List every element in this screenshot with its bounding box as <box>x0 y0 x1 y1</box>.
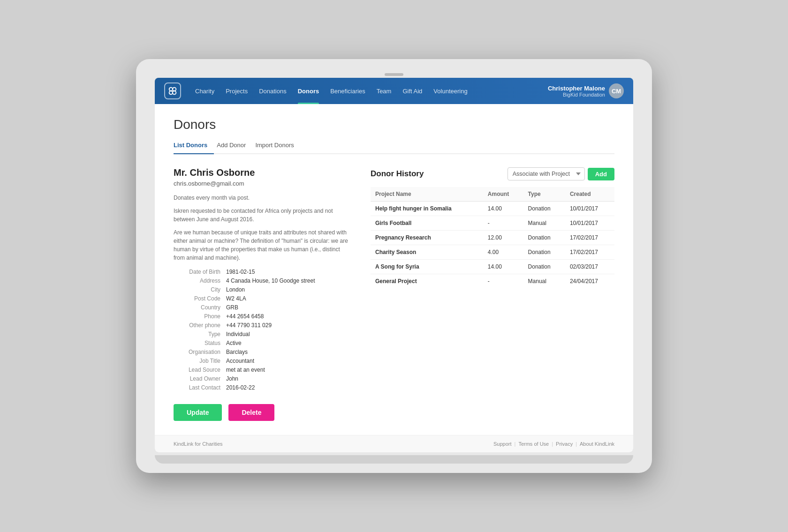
footer: KindLink for Charities Support|Terms of … <box>155 435 633 452</box>
field-value-lead-owner: John <box>226 375 352 382</box>
field-label-country: Country <box>174 304 220 311</box>
history-header: Donor History Associate with Project Add <box>371 167 614 180</box>
field-value-organisation: Barclays <box>226 349 352 355</box>
nav-link-donors[interactable]: Donors <box>292 78 325 104</box>
field-value-type: Individual <box>226 331 352 337</box>
donor-note: Donates every month via post. <box>174 194 352 202</box>
field-label-city: City <box>174 286 220 293</box>
field-label-lead-owner: Lead Owner <box>174 375 220 382</box>
created-cell: 02/03/2017 <box>565 260 614 274</box>
project-name-cell: A Song for Syria <box>371 260 483 274</box>
amount-cell: - <box>483 274 523 289</box>
sub-nav-import-donors[interactable]: Import Donors <box>255 139 300 153</box>
col-header-type: Type <box>523 187 565 202</box>
table-row: General Project-Manual24/04/2017 <box>371 274 614 289</box>
page-title: Donors <box>174 117 614 132</box>
nav-link-projects[interactable]: Projects <box>220 78 253 104</box>
table-row: Girls Football-Manual10/01/2017 <box>371 216 614 231</box>
donor-note: Are we human because of unique traits an… <box>174 228 352 262</box>
history-title: Donor History <box>371 169 424 179</box>
nav-link-beneficiaries[interactable]: Beneficiaries <box>325 78 371 104</box>
table-row: Pregnancy Research12.00Donation17/02/201… <box>371 231 614 245</box>
type-cell: Donation <box>523 260 565 274</box>
field-value-phone: +44 2654 6458 <box>226 313 352 320</box>
field-label-date-of-birth: Date of Birth <box>174 269 220 275</box>
field-label-status: Status <box>174 340 220 346</box>
user-org: BigKid Foundation <box>548 92 605 97</box>
nav-link-charity[interactable]: Charity <box>189 78 220 104</box>
field-value-date-of-birth: 1981-02-15 <box>226 269 352 275</box>
type-cell: Donation <box>523 202 565 216</box>
field-value-country: GRB <box>226 304 352 311</box>
footer-separator: | <box>576 441 577 447</box>
field-value-other-phone: +44 7790 311 029 <box>226 322 352 329</box>
amount-cell: 14.00 <box>483 202 523 216</box>
donor-note: Iskren requested to be contacted for Afr… <box>174 207 352 224</box>
nav-logo[interactable] <box>164 82 181 99</box>
sub-nav: List DonorsAdd DonorImport Donors <box>174 139 614 154</box>
footer-link-support[interactable]: Support <box>493 441 512 447</box>
footer-links: Support|Terms of Use|Privacy|About KindL… <box>493 441 614 447</box>
nav-link-donations[interactable]: Donations <box>253 78 292 104</box>
table-body: Help fight hunger in Somalia14.00Donatio… <box>371 202 614 289</box>
associate-row: Associate with Project Add <box>508 167 614 180</box>
table-row: A Song for Syria14.00Donation02/03/2017 <box>371 260 614 274</box>
delete-button[interactable]: Delete <box>228 404 274 421</box>
created-cell: 17/02/2017 <box>565 245 614 260</box>
created-cell: 24/04/2017 <box>565 274 614 289</box>
nav-link-volunteering[interactable]: Volunteering <box>428 78 473 104</box>
field-label-last-contact: Last Contact <box>174 384 220 391</box>
col-header-created: Created <box>565 187 614 202</box>
user-name: Christopher Malone <box>548 85 605 92</box>
type-cell: Manual <box>523 216 565 231</box>
field-label-post-code: Post Code <box>174 295 220 302</box>
svg-point-1 <box>173 88 176 91</box>
col-header-project-name: Project Name <box>371 187 483 202</box>
footer-separator: | <box>515 441 516 447</box>
nav-user: Christopher Malone BigKid Foundation CM <box>548 83 624 98</box>
sub-nav-add-donor[interactable]: Add Donor <box>217 139 252 153</box>
donor-name: Mr. Chris Osborne <box>174 167 352 178</box>
project-name-cell: Pregnancy Research <box>371 231 483 245</box>
field-label-phone: Phone <box>174 313 220 320</box>
amount-cell: 14.00 <box>483 260 523 274</box>
field-value-last-contact: 2016-02-22 <box>226 384 352 391</box>
field-label-organisation: Organisation <box>174 349 220 355</box>
donor-fields: Date of Birth1981-02-15Address4 Canada H… <box>174 269 352 391</box>
footer-link-about-kindlink[interactable]: About KindLink <box>580 441 614 447</box>
svg-point-0 <box>169 88 173 91</box>
project-name-cell: Charity Season <box>371 245 483 260</box>
nav-link-team[interactable]: Team <box>371 78 397 104</box>
donor-layout: Mr. Chris Osborne chris.osborne@gmail.co… <box>174 167 614 421</box>
created-cell: 17/02/2017 <box>565 231 614 245</box>
field-value-post-code: W2 4LA <box>226 295 352 302</box>
field-value-job-title: Accountant <box>226 358 352 364</box>
project-name-cell: General Project <box>371 274 483 289</box>
project-name-cell: Girls Football <box>371 216 483 231</box>
table-head: Project NameAmountTypeCreated <box>371 187 614 202</box>
type-cell: Donation <box>523 245 565 260</box>
associate-project-select[interactable]: Associate with Project <box>508 167 585 180</box>
field-value-status: Active <box>226 340 352 346</box>
nav-link-gift aid[interactable]: Gift Aid <box>397 78 428 104</box>
svg-point-3 <box>173 91 176 94</box>
sub-nav-list-donors[interactable]: List Donors <box>174 139 214 153</box>
created-cell: 10/01/2017 <box>565 202 614 216</box>
add-button[interactable]: Add <box>588 168 614 180</box>
field-label-address: Address <box>174 277 220 284</box>
field-label-job-title: Job Title <box>174 358 220 364</box>
svg-point-2 <box>169 91 173 94</box>
nav-links: CharityProjectsDonationsDonorsBeneficiar… <box>189 78 548 104</box>
type-cell: Manual <box>523 274 565 289</box>
update-button[interactable]: Update <box>174 404 222 421</box>
history-table: Project NameAmountTypeCreated Help fight… <box>371 187 614 288</box>
table-header-row: Project NameAmountTypeCreated <box>371 187 614 202</box>
footer-link-terms-of-use[interactable]: Terms of Use <box>518 441 549 447</box>
table-row: Charity Season4.00Donation17/02/2017 <box>371 245 614 260</box>
donor-notes: Donates every month via post.Iskren requ… <box>174 194 352 262</box>
amount-cell: - <box>483 216 523 231</box>
footer-link-privacy[interactable]: Privacy <box>556 441 573 447</box>
avatar: CM <box>609 83 624 98</box>
project-name-cell: Help fight hunger in Somalia <box>371 202 483 216</box>
action-buttons: Update Delete <box>174 404 352 421</box>
